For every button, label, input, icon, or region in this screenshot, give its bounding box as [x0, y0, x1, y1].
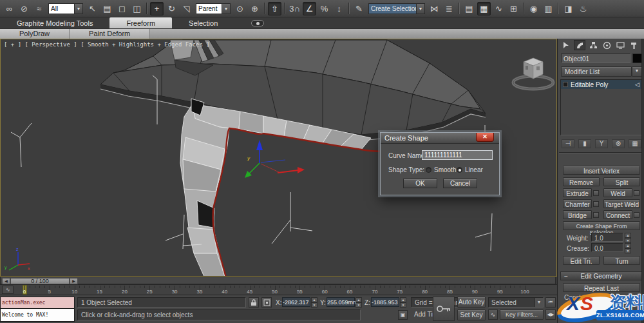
viewport-label[interactable]: [ + ] [ Perspective ] [ Smooth + Highlig… — [4, 41, 210, 48]
crease-spinner[interactable]: ▲▼ — [625, 243, 631, 252]
percent-snap-icon[interactable]: % — [317, 2, 331, 15]
object-color-swatch[interactable] — [632, 54, 642, 63]
bind-to-space-warp-icon[interactable]: ≈ — [32, 2, 46, 15]
turn-button[interactable]: Turn — [603, 256, 640, 265]
utilities-tab-icon[interactable] — [628, 40, 639, 50]
unlink-selection-icon[interactable]: ⊘ — [17, 2, 31, 15]
y-coord-spinner[interactable]: ▲▼ — [355, 297, 362, 307]
select-and-link-icon[interactable]: ∞ — [3, 2, 16, 15]
display-tab-icon[interactable] — [614, 40, 626, 50]
connect-settings-icon[interactable] — [634, 212, 639, 218]
select-and-manipulate-icon[interactable]: ⊕ — [248, 2, 261, 15]
window-crossing-icon[interactable]: ◫ — [130, 2, 144, 15]
modifier-list-dropdown[interactable]: Modifier List — [561, 66, 632, 77]
key-mode-icon[interactable]: ◀▶ — [545, 309, 556, 320]
bridge-button[interactable]: Bridge — [563, 210, 592, 219]
angle-snap-icon[interactable]: ∠ — [303, 2, 316, 15]
hierarchy-tab-icon[interactable] — [587, 40, 599, 50]
repeat-last-button[interactable]: Repeat Last — [563, 283, 640, 292]
selection-lock-icon[interactable] — [249, 297, 259, 308]
next-frame-icon[interactable]: ▶ — [70, 278, 78, 284]
create-tab-icon[interactable] — [560, 40, 572, 50]
linear-radio[interactable] — [457, 167, 462, 173]
y-coord-field[interactable]: 255.059mm — [327, 297, 355, 307]
tab-graphite-modeling-tools[interactable]: Graphite Modeling Tools — [0, 17, 109, 28]
weld-button[interactable]: Weld — [603, 188, 632, 197]
select-and-rotate-icon[interactable]: ↻ — [165, 2, 178, 15]
go-to-start-icon[interactable]: ⏮ — [545, 297, 556, 308]
target-weld-button[interactable]: Target Weld — [603, 199, 640, 208]
transform-gizmo[interactable]: y — [245, 140, 305, 178]
previous-frame-icon[interactable]: ◀ — [2, 278, 10, 284]
remove-modifier-icon[interactable]: ⊗ — [612, 139, 625, 148]
smooth-radio-label[interactable]: Smooth — [434, 166, 456, 173]
absolute-mode-icon[interactable] — [261, 297, 272, 308]
select-by-name-icon[interactable]: ▤ — [100, 2, 114, 15]
key-set-dropdown[interactable]: Selected ▼ — [488, 297, 544, 308]
modify-tab-icon[interactable] — [574, 40, 585, 50]
bridge-settings-icon[interactable] — [593, 212, 599, 218]
edit-tri-button[interactable]: Edit Tri. — [563, 256, 600, 265]
weld-settings-icon[interactable] — [634, 190, 639, 196]
curve-editor-icon[interactable]: ∿ — [492, 2, 506, 15]
mini-curve-editor-icon[interactable]: ∿ — [2, 286, 14, 294]
tab-polydraw[interactable]: PolyDraw — [0, 29, 70, 39]
curve-name-input[interactable]: 111111111111 — [422, 150, 493, 160]
snaps-toggle-icon[interactable]: 3∩ — [288, 2, 301, 15]
maxscript-listener-white[interactable]: Welcome to MAX! — [0, 309, 75, 322]
render-production-icon[interactable]: ♨ — [576, 2, 590, 15]
time-slider-handle[interactable]: ◀ 0 / 100 ▶ — [2, 278, 78, 284]
spinner-snap-icon[interactable]: ↕ — [332, 2, 346, 15]
align-icon[interactable]: ≣ — [442, 2, 456, 15]
mirror-icon[interactable]: ⋈ — [428, 2, 441, 15]
rendered-frame-icon[interactable]: ◨ — [562, 2, 575, 15]
tab-paint-deform[interactable]: Paint Deform — [70, 29, 150, 39]
set-key-button[interactable]: Set Key — [457, 309, 486, 320]
crease-field[interactable]: 0.0 — [591, 243, 623, 252]
select-and-scale-icon[interactable]: ◹ — [180, 2, 193, 15]
make-unique-icon[interactable]: Y — [595, 139, 608, 148]
create-shape-from-selection-button[interactable]: Create Shape From Selection — [563, 221, 640, 230]
x-coord-spinner[interactable]: ▲▼ — [311, 297, 317, 307]
insert-vertex-button[interactable]: Insert Vertex — [563, 166, 640, 175]
configure-modifier-sets-icon[interactable]: ▦ — [629, 139, 641, 148]
z-coord-field[interactable]: -1885.953 — [371, 297, 399, 307]
modifier-list-arrow-icon[interactable]: ▼ — [632, 66, 642, 77]
cancel-button[interactable]: Cancel — [443, 179, 477, 188]
select-and-move-icon[interactable]: + — [150, 2, 164, 15]
ribbon-minimize-icon[interactable] — [251, 20, 264, 26]
chamfer-button[interactable]: Chamfer — [563, 199, 592, 208]
selection-filter-dropdown-arrow-icon[interactable]: ▼ — [74, 4, 82, 14]
material-editor-icon[interactable]: ◉ — [527, 2, 540, 15]
connect-button[interactable]: Connect — [603, 210, 632, 219]
motion-tab-icon[interactable] — [601, 40, 612, 50]
chamfer-settings-icon[interactable] — [593, 201, 599, 207]
reference-coordinate-dropdown[interactable]: Parent▼ — [196, 3, 231, 14]
maxscript-listener-pink[interactable]: actionMan.exec — [0, 297, 75, 309]
use-pivot-center-icon[interactable]: ⊙ — [233, 2, 247, 15]
x-coord-field[interactable]: -2862.317 — [282, 297, 310, 307]
layer-manager-icon[interactable]: ▤ — [462, 2, 476, 15]
schematic-view-icon[interactable]: ⊞ — [507, 2, 520, 15]
track-bar[interactable]: ∿ 05101520253035404550556065707580859095… — [0, 285, 557, 295]
weight-spinner[interactable]: ▲▼ — [625, 233, 631, 242]
set-keys-icon[interactable] — [433, 297, 455, 321]
weight-field[interactable]: 1.0 — [591, 233, 623, 242]
ribbon-toggle-icon[interactable]: ▦ — [477, 2, 491, 15]
edit-named-selections-icon[interactable]: ✎ — [352, 2, 366, 15]
edit-geometry-rollout[interactable]: − Edit Geometry — [560, 271, 642, 280]
render-setup-icon[interactable]: ▥ — [542, 2, 555, 15]
named-selection-set-dropdown-arrow-icon[interactable]: ▼ — [416, 4, 424, 14]
split-button[interactable]: Split — [603, 177, 640, 186]
dialog-close-icon[interactable]: ✕ — [476, 133, 494, 142]
key-tangent-icon[interactable]: ∿ — [488, 309, 498, 320]
viewcube[interactable] — [513, 58, 553, 89]
time-slider-value[interactable]: 0 / 100 — [10, 278, 70, 284]
auto-key-button[interactable]: Auto Key — [457, 297, 486, 308]
linear-radio-label[interactable]: Linear — [465, 166, 483, 173]
time-slider-track[interactable]: ◀ 0 / 100 ▶ — [0, 277, 556, 284]
z-coord-spinner[interactable]: ▲▼ — [400, 297, 406, 307]
pin-stack-icon[interactable]: ⊣ — [562, 139, 574, 148]
rectangular-selection-icon[interactable]: ◻ — [115, 2, 129, 15]
panel-scrollbar[interactable] — [641, 39, 644, 323]
